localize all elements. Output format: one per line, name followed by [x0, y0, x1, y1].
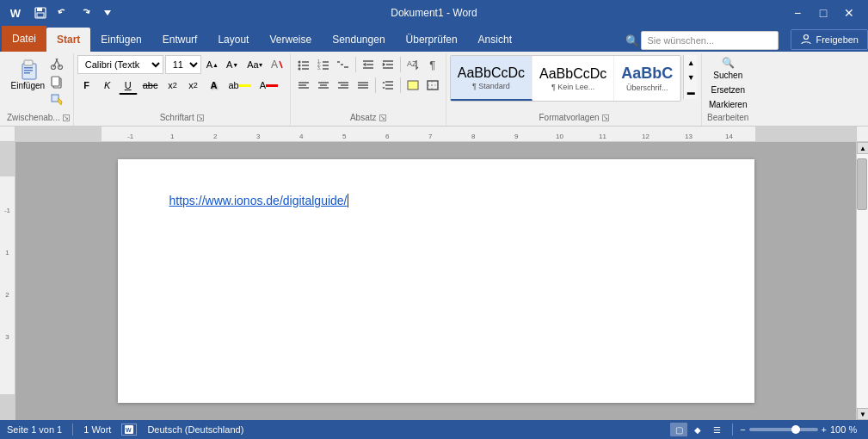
web-layout-button[interactable]: ☰	[708, 423, 725, 436]
zoom-percent: 100 %	[830, 424, 861, 435]
tab-datei[interactable]: Datei	[2, 26, 46, 52]
qat-redo-button[interactable]	[76, 3, 95, 22]
align-left-button[interactable]	[294, 76, 313, 95]
ordered-list-button[interactable]: 1.2.3.	[314, 55, 333, 74]
print-layout-button[interactable]: ▢	[670, 423, 687, 436]
tab-ansicht[interactable]: Ansicht	[468, 28, 522, 52]
document-link[interactable]: https://www.ionos.de/digitalguide/	[169, 194, 348, 207]
decrease-indent-button[interactable]	[359, 55, 378, 74]
paste-button[interactable]: Einfügen	[9, 55, 46, 92]
freigeben-button[interactable]: Freigeben	[791, 29, 868, 50]
highlight-color-button[interactable]: ab	[225, 76, 254, 95]
window-maximize-button[interactable]: □	[811, 1, 835, 25]
font-expand-button[interactable]: ↘	[197, 114, 204, 121]
justify-button[interactable]	[354, 76, 372, 95]
cut-button[interactable]	[46, 55, 67, 72]
vertical-scrollbar[interactable]: ▲ ▼	[856, 142, 868, 420]
clipboard-expand-button[interactable]: ↘	[63, 114, 70, 121]
qat-save-button[interactable]	[31, 3, 50, 22]
vertical-ruler: -1 1 2 3	[0, 142, 15, 420]
increase-indent-button[interactable]	[379, 55, 397, 74]
horizontal-ruler: /* ruler drawn below */ -1 1 2 3 4 5 6 7…	[15, 127, 856, 142]
paragraph-expand-button[interactable]: ↘	[379, 114, 386, 121]
font-family-select[interactable]: Calibri (Textk	[77, 55, 163, 74]
bold-button[interactable]: F	[77, 76, 96, 95]
font-shrink-button[interactable]: A▼	[223, 55, 242, 74]
multilevel-list-button[interactable]	[334, 55, 353, 74]
styles-scroll-up-button[interactable]: ▲	[684, 55, 698, 70]
font-grow-button[interactable]: A▲	[203, 55, 222, 74]
superscript-button[interactable]: x2	[183, 76, 202, 95]
search-box[interactable]: Sie wünschen...	[641, 31, 779, 50]
zoom-track[interactable]	[749, 428, 818, 431]
qat-customize-button[interactable]	[98, 3, 117, 22]
styles-more-button[interactable]: ▬	[684, 84, 698, 99]
subscript-button[interactable]: x2	[163, 76, 182, 95]
scrollbar-up-button[interactable]: ▲	[857, 142, 868, 154]
borders-button[interactable]	[423, 76, 442, 95]
font-color-button[interactable]: A	[256, 76, 281, 95]
align-center-button[interactable]	[314, 76, 333, 95]
text-effects-button[interactable]: A	[204, 76, 223, 95]
tab-sendungen[interactable]: Sendungen	[322, 28, 395, 52]
page-content[interactable]: https://www.ionos.de/digitalguide/	[169, 194, 703, 207]
change-case-button[interactable]: Aa▾	[243, 55, 265, 74]
italic-button[interactable]: K	[98, 76, 117, 95]
sort-button[interactable]: AZ	[403, 55, 422, 74]
tab-layout[interactable]: Layout	[207, 28, 259, 52]
tab-einfuegen[interactable]: Einfügen	[90, 28, 151, 52]
replace-button[interactable]: Ersetzen	[705, 83, 750, 96]
show-marks-button[interactable]: ¶	[423, 55, 442, 74]
doc-main-row: -1 1 2 3 https://www.ionos.de/digitalgui…	[0, 142, 868, 420]
style-heading1[interactable]: AaBbC Überschrif...	[614, 56, 680, 101]
copy-button[interactable]	[46, 73, 67, 90]
style-standard[interactable]: AaBbCcDc ¶ Standard	[451, 56, 532, 101]
clear-formatting-button[interactable]: A	[268, 55, 286, 74]
status-sep-2	[732, 424, 733, 436]
unordered-list-button[interactable]	[294, 55, 313, 74]
svg-text:A: A	[271, 59, 278, 71]
zoom-in-button[interactable]: +	[822, 424, 827, 435]
search-button[interactable]: 🔍 Suchen	[705, 55, 750, 82]
page: https://www.ionos.de/digitalguide/	[118, 159, 754, 403]
styles-scroll-down-button[interactable]: ▼	[684, 70, 698, 84]
read-mode-button[interactable]: ◆	[689, 423, 706, 436]
shading-button[interactable]	[403, 76, 422, 95]
window-close-button[interactable]: ✕	[837, 1, 861, 25]
tab-ueberpruefen[interactable]: Überprüfen	[396, 28, 468, 52]
ribbon-group-font: Calibri (Textk 11 A▲ A▼ Aa▾ A	[74, 53, 291, 126]
replace-label: Ersetzen	[711, 85, 745, 95]
proofing-icon[interactable]: W	[121, 424, 137, 436]
line-spacing-button[interactable]	[379, 76, 397, 95]
paragraph-group-label: Absatz ↘	[294, 111, 442, 124]
paste-label: Einfügen	[11, 81, 45, 90]
qat-undo-button[interactable]	[53, 3, 72, 22]
language[interactable]: Deutsch (Deutschland)	[147, 424, 243, 435]
align-right-button[interactable]	[334, 76, 353, 95]
page-canvas[interactable]: https://www.ionos.de/digitalguide/	[15, 142, 856, 420]
styles-expand-button[interactable]: ↘	[602, 114, 609, 121]
zoom-thumb[interactable]	[791, 425, 800, 434]
tab-verweise[interactable]: Verweise	[259, 28, 322, 52]
svg-rect-16	[52, 95, 58, 102]
svg-text:AZ: AZ	[407, 59, 417, 68]
ribbon-tab-bar: Datei Start Einfügen Entwurf Layout Verw…	[0, 26, 868, 52]
tab-start[interactable]: Start	[46, 28, 90, 52]
scrollbar-down-button[interactable]: ▼	[857, 408, 868, 420]
scrollbar-thumb[interactable]	[857, 158, 867, 210]
svg-point-19	[298, 61, 300, 64]
style-no-spacing-label: ¶ Kein Lee...	[551, 83, 594, 91]
zoom-out-button[interactable]: −	[740, 424, 745, 435]
scrollbar-track[interactable]	[857, 154, 868, 408]
font-size-select[interactable]: 11	[165, 55, 201, 74]
ruler-corner	[0, 127, 15, 142]
svg-line-18	[280, 61, 282, 68]
format-painter-button[interactable]	[46, 91, 67, 108]
underline-button[interactable]: U	[119, 76, 138, 95]
strikethrough-button[interactable]: abc	[139, 76, 162, 95]
window-minimize-button[interactable]: −	[785, 1, 810, 25]
select-button[interactable]: Markieren	[705, 98, 750, 111]
tab-entwurf[interactable]: Entwurf	[152, 28, 208, 52]
editing-group-label: Bearbeiten	[705, 111, 750, 124]
style-no-spacing[interactable]: AaBbCcDc ¶ Kein Lee...	[532, 56, 614, 101]
